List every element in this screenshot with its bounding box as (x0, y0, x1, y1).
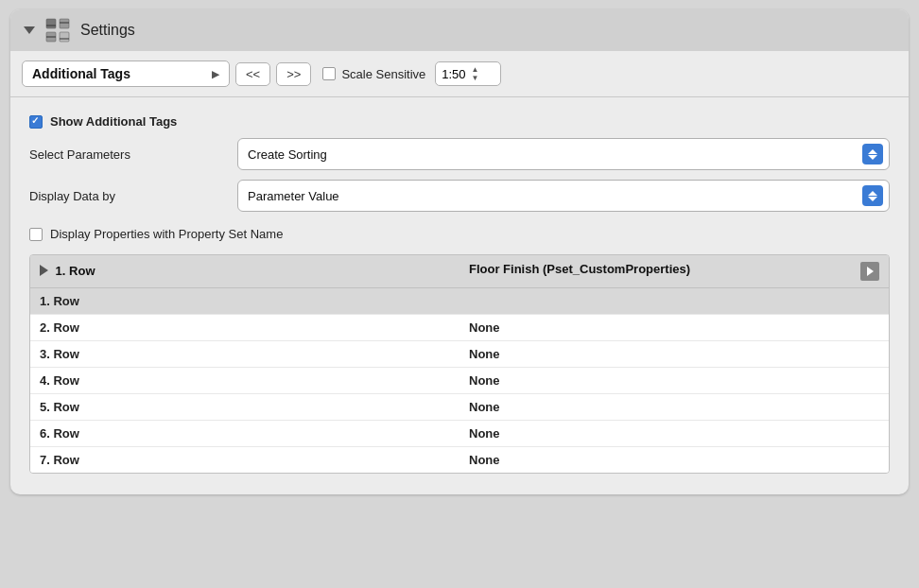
tags-dropdown-label: Additional Tags (32, 66, 130, 81)
scale-sensitive-text: Scale Sensitive (341, 67, 425, 81)
table-scroll[interactable]: 1. Row Floor Finish (Pset_CustomProperti… (30, 255, 889, 473)
select-parameters-value: Create Sorting (248, 147, 327, 162)
col2-header-label: Floor Finish (Pset_CustomProperties) (469, 262, 690, 276)
scale-sensitive-label: Scale Sensitive (322, 67, 425, 81)
row-value-cell: None (460, 368, 889, 394)
table-row[interactable]: 7. RowNone (30, 447, 889, 474)
row-value-cell: None (460, 394, 889, 421)
show-tags-checkbox[interactable] (29, 115, 43, 129)
table-row[interactable]: 5. RowNone (30, 394, 889, 421)
row-value-cell: None (460, 315, 889, 341)
select-parameters-row: Select Parameters Create Sorting (29, 138, 890, 170)
nav-back-button[interactable]: << (235, 62, 270, 86)
row-label-cell: 1. Row (30, 288, 460, 315)
table-row[interactable]: 3. RowNone (30, 341, 889, 368)
active-row-icon (40, 265, 48, 276)
table-header-row: 1. Row Floor Finish (Pset_CustomProperti… (30, 255, 889, 288)
settings-title: Settings (80, 22, 135, 39)
table-body: 1. Row2. RowNone3. RowNone4. RowNone5. R… (30, 288, 889, 474)
col-header-row: 1. Row (30, 255, 460, 288)
scale-stepper[interactable]: ▲ ▼ (472, 65, 479, 82)
row-label-cell: 4. Row (30, 368, 460, 394)
select-parameters-down-icon[interactable] (868, 155, 877, 160)
display-props-row: Display Properties with Property Set Nam… (29, 221, 890, 252)
scale-down-icon[interactable]: ▼ (472, 74, 479, 82)
display-data-row: Display Data by Parameter Value (29, 180, 890, 212)
select-parameters-stepper[interactable] (862, 144, 883, 164)
scale-value: 1:50 (442, 67, 465, 81)
svg-rect-1 (60, 19, 69, 28)
col-header-property: Floor Finish (Pset_CustomProperties) (460, 255, 889, 288)
settings-panel: Settings Additional Tags ▶ << >> Scale S… (10, 9, 909, 494)
display-data-up-icon[interactable] (868, 191, 877, 196)
table-row[interactable]: 6. RowNone (30, 421, 889, 447)
select-parameters-control[interactable]: Create Sorting (237, 138, 890, 170)
scale-up-icon[interactable]: ▲ (472, 65, 479, 74)
active-row-indicator: 1. Row (40, 264, 95, 278)
dropdown-arrow-icon: ▶ (212, 69, 219, 79)
row-label-cell: 7. Row (30, 447, 460, 474)
table-row[interactable]: 2. RowNone (30, 315, 889, 341)
col1-header-label: 1. Row (52, 264, 95, 278)
select-parameters-up-icon[interactable] (868, 149, 877, 154)
row-label-cell: 3. Row (30, 341, 460, 368)
display-data-stepper[interactable] (862, 185, 883, 206)
show-tags-row: Show Additional Tags (29, 107, 890, 138)
select-parameters-label: Select Parameters (29, 147, 237, 162)
data-table: 1. Row Floor Finish (Pset_CustomProperti… (29, 254, 890, 474)
scale-sensitive-checkbox[interactable] (322, 67, 336, 80)
display-data-label: Display Data by (29, 189, 237, 203)
row-label-cell: 2. Row (30, 315, 460, 341)
col-header-arrow-icon (867, 267, 874, 276)
row-value-cell (460, 288, 889, 315)
show-tags-label: Show Additional Tags (50, 114, 177, 129)
display-data-control[interactable]: Parameter Value (237, 180, 890, 212)
settings-header: Settings (10, 9, 909, 51)
row-value-cell: None (460, 341, 889, 368)
table-row[interactable]: 1. Row (30, 288, 889, 315)
row-label-cell: 6. Row (30, 421, 460, 447)
col-header-expand-button[interactable] (860, 262, 879, 281)
row-value-cell: None (460, 447, 889, 474)
display-data-down-icon[interactable] (868, 197, 877, 201)
svg-rect-3 (60, 32, 69, 42)
table-row[interactable]: 4. RowNone (30, 368, 889, 394)
content-area: Show Additional Tags Select Parameters C… (10, 97, 909, 483)
svg-rect-0 (46, 19, 56, 28)
tags-dropdown[interactable]: Additional Tags ▶ (22, 61, 230, 87)
collapse-icon[interactable] (24, 26, 35, 34)
row-value-cell: None (460, 421, 889, 447)
display-props-label: Display Properties with Property Set Nam… (50, 227, 283, 241)
row-label-cell: 5. Row (30, 394, 460, 421)
toolbar-row: Additional Tags ▶ << >> Scale Sensitive … (10, 51, 909, 97)
display-data-value: Parameter Value (248, 189, 339, 203)
display-props-checkbox[interactable] (29, 228, 43, 241)
nav-forward-button[interactable]: >> (276, 62, 311, 86)
scale-input: 1:50 ▲ ▼ (435, 61, 501, 86)
settings-icon (44, 17, 71, 43)
